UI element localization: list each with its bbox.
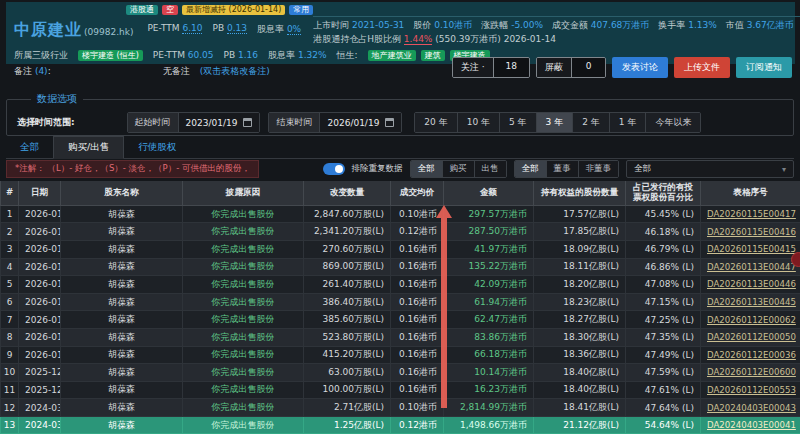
- serial-link[interactable]: DA20240403E00041: [707, 420, 796, 430]
- valuation-metric-value[interactable]: 6.10: [182, 23, 202, 34]
- data-options-fieldset: 数据选项 选择时间范围: 起始时间 2023/01/19 结束时间 2026/0…: [6, 92, 794, 136]
- cell-holder: 胡葆森: [61, 311, 183, 329]
- start-date-input[interactable]: 2023/01/19: [179, 113, 260, 132]
- hs-label: 恒生:: [337, 49, 358, 62]
- serial-link[interactable]: DA20260115E00417: [707, 209, 796, 219]
- table-row[interactable]: 52026-01-08胡葆森你完成出售股份261.40万股(L)0.16港币42…: [1, 276, 800, 294]
- director-option-2[interactable]: 董事: [547, 161, 579, 177]
- col-header-7: 金额: [444, 181, 534, 205]
- table-row[interactable]: 112025-12-30胡葆森你完成出售股份100.00万股(L)0.16港币1…: [1, 381, 800, 399]
- preset-5[interactable]: 2 年: [573, 113, 610, 132]
- tab-1[interactable]: 全部: [6, 137, 53, 158]
- cell-price: 0.16港币: [391, 258, 444, 276]
- buy-sell-option-2[interactable]: 购买: [443, 161, 475, 177]
- hk-connect-pct[interactable]: 1.44%: [404, 34, 433, 45]
- buy-sell-filter: 全部购买出售: [410, 160, 507, 178]
- preset-4[interactable]: 3 年: [537, 113, 574, 132]
- hs-industry-badge[interactable]: 地产建筑业: [368, 50, 416, 61]
- upload-file-button[interactable]: 上传文件: [674, 57, 730, 78]
- preset-7[interactable]: 今年以来: [646, 113, 700, 132]
- preset-1[interactable]: 20 年: [415, 113, 457, 132]
- col-header-1: #: [1, 181, 19, 205]
- table-row[interactable]: 132024-03-27胡葆森你完成出售股份1.25亿股(L)0.12港币1,4…: [1, 416, 800, 434]
- cell-reason: 你完成出售股份: [183, 381, 304, 399]
- industry-metric-value[interactable]: 1.32%: [298, 50, 327, 60]
- dedupe-toggle[interactable]: [323, 163, 345, 175]
- director-option-3[interactable]: 非董事: [579, 161, 619, 177]
- stock-title[interactable]: 中原建业: [14, 20, 82, 41]
- block-group[interactable]: 屏蔽 0: [536, 57, 606, 78]
- table-row[interactable]: 12026-01-14胡葆森你完成出售股份2,847.60万股(L)0.10港币…: [1, 205, 800, 223]
- stock-stat-label: 涨跌幅: [481, 20, 511, 30]
- cell-date: 2026-01-09: [19, 258, 61, 276]
- serial-link[interactable]: DA20260112E00050: [707, 332, 796, 342]
- valuation-metric-value[interactable]: 0%: [287, 24, 301, 35]
- cell-holder: 胡葆森: [61, 258, 183, 276]
- table-row[interactable]: 42026-01-09胡葆森你完成出售股份869.00万股(L)0.16港币13…: [1, 258, 800, 276]
- serial-link[interactable]: DA20260112E00553: [707, 385, 796, 395]
- end-date-input[interactable]: 2026/01/19: [320, 113, 401, 132]
- serial-link[interactable]: DA20260113E00445: [707, 297, 796, 307]
- industry-metric-value[interactable]: 1.16: [238, 50, 258, 60]
- cell-serial: DA20260113E00447: [701, 258, 800, 276]
- preset-3[interactable]: 5 年: [500, 113, 537, 132]
- col-header-4: 披露原因: [183, 181, 304, 205]
- serial-link[interactable]: DA20260115E00416: [707, 227, 796, 237]
- calendar-icon[interactable]: [243, 118, 252, 127]
- cell-reason: 你完成出售股份: [183, 416, 304, 434]
- follow-button[interactable]: 关注 ·: [453, 58, 493, 77]
- cell-amount: 2,814.99万港币: [444, 399, 534, 417]
- discuss-button[interactable]: 发表讨论: [612, 57, 668, 78]
- serial-link[interactable]: DA20260112E00036: [707, 350, 796, 360]
- industry-badge[interactable]: 楼宇建造 (恒生): [78, 50, 143, 61]
- table-row[interactable]: 62026-01-07胡葆森你完成出售股份386.40万股(L)0.16港币61…: [1, 293, 800, 311]
- stock-stat-value: 2021-05-31: [352, 20, 404, 30]
- stock-stat: 成交金额 407.68万港币: [552, 19, 649, 31]
- table-row[interactable]: 22026-01-13胡葆森你完成出售股份2,341.20万股(L)0.12港币…: [1, 223, 800, 241]
- holder-dropdown[interactable]: 全部 ▾: [626, 160, 794, 178]
- serial-link[interactable]: DA20260112E00600: [707, 367, 796, 377]
- preset-6[interactable]: 1 年: [610, 113, 647, 132]
- cell-date: 2026-01-14: [19, 205, 61, 223]
- header-badge-red: 空: [162, 5, 178, 15]
- follow-group[interactable]: 关注 · 18: [452, 57, 530, 78]
- serial-link[interactable]: DA20260115E00415: [707, 244, 796, 254]
- remark-value[interactable]: 无备注: [163, 65, 190, 78]
- table-row[interactable]: 122024-03-28胡葆森你完成出售股份2.71亿股(L)0.10港币2,8…: [1, 399, 800, 417]
- tab-2[interactable]: 购买/出售: [53, 136, 124, 159]
- subscribe-button[interactable]: 订阅通知: [736, 57, 792, 78]
- serial-link[interactable]: DA20260113E00446: [707, 279, 796, 289]
- calendar-icon[interactable]: [385, 118, 394, 127]
- industry-metric-value[interactable]: 60.05: [188, 50, 214, 60]
- col-header-2: 日期: [19, 181, 61, 205]
- table-row[interactable]: 32026-01-12胡葆森你完成出售股份270.60万股(L)0.16港币41…: [1, 240, 800, 258]
- tab-3[interactable]: 行使股权: [124, 137, 190, 158]
- preset-2[interactable]: 10 年: [458, 113, 500, 132]
- cell-holding: 18.30亿股(L): [534, 328, 626, 346]
- chevron-down-icon: ▾: [782, 165, 786, 174]
- buy-sell-option-3[interactable]: 出售: [475, 161, 506, 177]
- table-row[interactable]: 72026-01-06胡葆森你完成出售股份385.60万股(L)0.16港币62…: [1, 311, 800, 329]
- serial-link[interactable]: DA20240403E00043: [707, 403, 796, 413]
- side-floating-badge[interactable]: [791, 252, 800, 267]
- hs-industry-badge[interactable]: 建筑: [421, 50, 445, 61]
- cell-date: 2024-03-28: [19, 399, 61, 417]
- cell-amount: 41.97万港币: [444, 240, 534, 258]
- serial-link[interactable]: DA20260113E00447: [707, 262, 796, 272]
- serial-link[interactable]: DA20260112E00062: [707, 315, 796, 325]
- cell-pct: 47.49% (L): [626, 346, 701, 364]
- stock-stats-block: 上市时间 2021-05-31股价 0.10港币涨跌幅 -5.00%成交金额 4…: [313, 16, 800, 45]
- cell-holding: 21.12亿股(L): [534, 416, 626, 434]
- cell-reason: 你完成出售股份: [183, 311, 304, 329]
- block-button[interactable]: 屏蔽: [537, 58, 571, 77]
- director-option-1[interactable]: 全部: [515, 161, 547, 177]
- cell-reason: 你完成出售股份: [183, 276, 304, 294]
- cell-reason: 你完成出售股份: [183, 240, 304, 258]
- table-row[interactable]: 82026-01-05胡葆森你完成出售股份523.80万股(L)0.16港币83…: [1, 328, 800, 346]
- cell-date: 2025-12-31: [19, 364, 61, 382]
- industry-metric: PE-TTM 60.05: [153, 49, 214, 62]
- buy-sell-option-1[interactable]: 全部: [411, 161, 443, 177]
- table-row[interactable]: 92026-01-02胡葆森你完成出售股份415.20万股(L)0.16港币66…: [1, 346, 800, 364]
- valuation-metric-value[interactable]: 0.13: [227, 23, 247, 34]
- table-row[interactable]: 102025-12-31胡葆森你完成出售股份63.00万股(L)0.16港币10…: [1, 364, 800, 382]
